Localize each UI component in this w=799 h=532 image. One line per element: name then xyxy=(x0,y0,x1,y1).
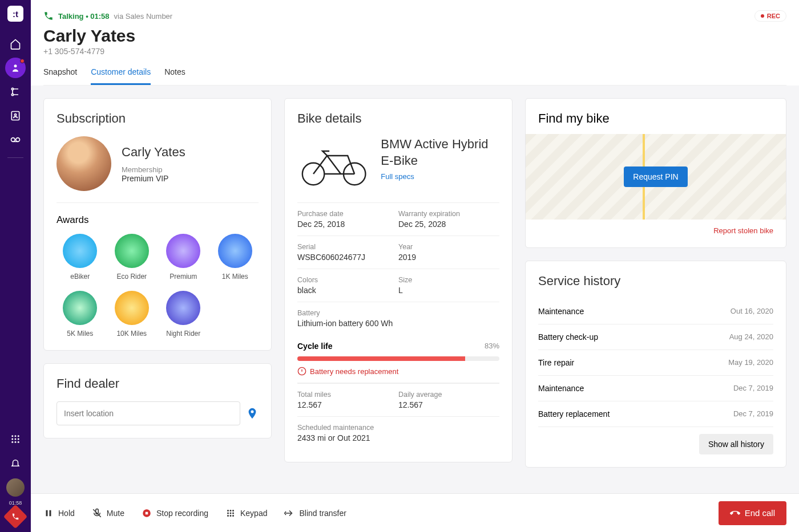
service-history-title: Service history xyxy=(538,274,773,289)
hold-button[interactable]: Hold xyxy=(43,508,75,518)
svg-point-1 xyxy=(11,88,13,90)
svg-point-0 xyxy=(14,64,17,67)
left-nav-sidebar: :t 01:58 xyxy=(0,0,31,532)
award-night-rider: Night Rider xyxy=(160,291,207,338)
call-control-bar: Hold Mute Stop recording Keypad Blind tr… xyxy=(31,493,799,532)
svg-point-27 xyxy=(229,512,231,514)
call-via: via Sales Number xyxy=(114,12,173,21)
svg-point-2 xyxy=(11,94,13,95)
svg-point-14 xyxy=(15,441,17,443)
svg-point-29 xyxy=(227,515,229,517)
award-1k-miles: 1K Miles xyxy=(212,234,259,281)
service-history-card: Service history MaintenanceOut 16, 2020B… xyxy=(525,261,786,468)
voicemail-icon[interactable] xyxy=(5,129,26,150)
history-item[interactable]: Battery replacementDec 7, 2019 xyxy=(538,401,773,427)
svg-point-6 xyxy=(16,138,20,142)
svg-rect-20 xyxy=(50,510,51,516)
svg-point-31 xyxy=(232,515,234,517)
phone-icon xyxy=(43,11,54,21)
customer-name: Carly Yates xyxy=(43,26,786,46)
svg-point-28 xyxy=(232,512,234,514)
tab-snapshot[interactable]: Snapshot xyxy=(43,67,77,85)
tabs: Snapshot Customer details Notes xyxy=(43,67,786,86)
end-call-button[interactable]: End call xyxy=(719,501,786,525)
agent-icon[interactable] xyxy=(5,58,26,78)
battery-warning: Battery needs replacement xyxy=(297,367,499,376)
show-all-history-button[interactable]: Show all history xyxy=(699,434,773,454)
contacts-icon[interactable] xyxy=(5,105,26,126)
svg-point-4 xyxy=(14,114,16,116)
content-grid: Subscription Carly Yates Membership Prem… xyxy=(31,86,799,493)
cycle-progress xyxy=(297,356,499,361)
full-specs-link[interactable]: Full specs xyxy=(381,172,499,181)
bike-details-card: Bike details BMW Active Hybrid E-Bike Fu… xyxy=(284,98,513,462)
award-10k-miles: 10K Miles xyxy=(108,291,156,338)
awards-grid: eBiker Eco Rider Premium 1K Miles 5K Mil… xyxy=(57,234,259,338)
membership-label: Membership xyxy=(122,165,185,174)
svg-point-13 xyxy=(11,441,13,443)
svg-point-11 xyxy=(15,438,17,440)
bike-map[interactable]: Request PIN xyxy=(526,134,786,220)
tab-customer-details[interactable]: Customer details xyxy=(91,67,151,85)
subscription-name: Carly Yates xyxy=(122,145,185,160)
call-state: Talking • 01:58 xyxy=(58,12,110,21)
history-item[interactable]: Battery check-upAug 24, 2020 xyxy=(538,324,773,350)
user-avatar[interactable] xyxy=(6,478,25,497)
svg-rect-19 xyxy=(46,510,48,516)
find-bike-title: Find my bike xyxy=(538,111,773,126)
call-status-row: Talking • 01:58 via Sales Number REC xyxy=(43,10,786,22)
svg-point-15 xyxy=(18,441,19,443)
history-item[interactable]: Tire repairMay 19, 2020 xyxy=(538,350,773,376)
award-ebiker: eBiker xyxy=(57,234,104,281)
dealer-location-input[interactable] xyxy=(57,401,240,425)
svg-point-12 xyxy=(18,438,19,440)
find-dealer-title: Find dealer xyxy=(57,376,259,391)
rec-badge: REC xyxy=(754,10,786,22)
keypad-button[interactable]: Keypad xyxy=(225,508,267,518)
svg-point-30 xyxy=(229,515,231,517)
bike-model: BMW Active Hybrid E-Bike xyxy=(381,136,499,169)
main-area: Talking • 01:58 via Sales Number REC Car… xyxy=(31,0,799,532)
awards-title: Awards xyxy=(57,214,259,226)
mute-button[interactable]: Mute xyxy=(92,508,124,518)
bike-image xyxy=(297,136,370,193)
stop-recording-button[interactable]: Stop recording xyxy=(142,508,208,518)
svg-rect-22 xyxy=(146,511,148,514)
report-stolen-link[interactable]: Report stolen bike xyxy=(538,226,773,235)
award-eco-rider: Eco Rider xyxy=(108,234,156,281)
flow-icon[interactable] xyxy=(5,82,26,102)
find-dealer-card: Find dealer xyxy=(43,363,272,438)
location-pin-icon[interactable] xyxy=(246,407,259,420)
cycle-life-section: Cycle life83% Battery needs replacement xyxy=(297,335,499,383)
membership-value: Premium VIP xyxy=(122,174,185,183)
svg-point-25 xyxy=(232,510,234,511)
history-item[interactable]: MaintenanceDec 7, 2019 xyxy=(538,376,773,401)
find-my-bike-card: Find my bike Request PIN Report stolen b… xyxy=(525,98,786,248)
request-pin-button[interactable]: Request PIN xyxy=(624,166,687,187)
svg-point-9 xyxy=(18,435,19,437)
customer-avatar xyxy=(57,136,111,191)
bike-details-title: Bike details xyxy=(297,111,499,126)
award-5k-miles: 5K Miles xyxy=(57,291,104,338)
svg-point-8 xyxy=(15,435,17,437)
svg-point-7 xyxy=(11,435,13,437)
customer-phone: +1 305-574-4779 xyxy=(43,47,786,56)
hangup-diamond-button[interactable] xyxy=(3,505,27,529)
svg-point-26 xyxy=(227,512,229,514)
home-icon[interactable] xyxy=(5,34,26,54)
svg-point-5 xyxy=(11,138,15,142)
subscription-title: Subscription xyxy=(57,111,259,126)
apps-icon[interactable] xyxy=(5,429,26,449)
blind-transfer-button[interactable]: Blind transfer xyxy=(284,508,346,518)
app-logo[interactable]: :t xyxy=(7,6,23,22)
tab-notes[interactable]: Notes xyxy=(164,67,185,85)
svg-point-24 xyxy=(229,510,231,511)
subscription-card: Subscription Carly Yates Membership Prem… xyxy=(43,98,272,351)
svg-point-23 xyxy=(227,510,229,511)
svg-point-10 xyxy=(11,438,13,440)
history-item[interactable]: MaintenanceOut 16, 2020 xyxy=(538,299,773,324)
topbar: Talking • 01:58 via Sales Number REC Car… xyxy=(31,0,799,86)
award-premium: Premium xyxy=(160,234,207,281)
notifications-icon[interactable] xyxy=(5,453,26,473)
